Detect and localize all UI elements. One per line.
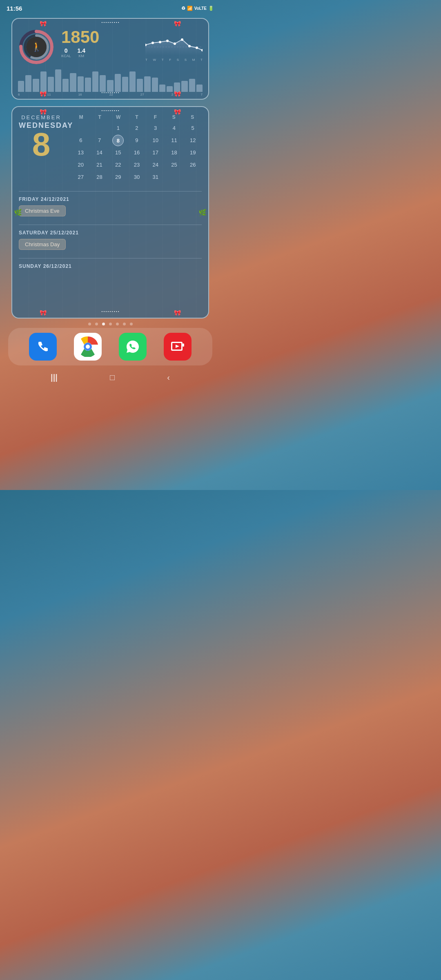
bar-item [137, 79, 143, 92]
cal-day-cell[interactable]: 26 [187, 159, 198, 171]
status-time: 11:56 [7, 5, 22, 12]
cal-day-cell[interactable]: 18 [168, 147, 180, 158]
cal-day-cell[interactable]: 14 [94, 147, 105, 158]
bar-item [181, 81, 187, 92]
event-day-header-1: FRIDAY 24/12/2021 [19, 196, 202, 202]
dot-4 [109, 323, 112, 325]
svg-point-12 [188, 45, 191, 47]
cal-header-cell: F [146, 114, 165, 120]
bar-item [78, 76, 84, 92]
bar-chart: 611 1622 272 7 [18, 69, 203, 96]
bar-item [92, 71, 98, 92]
svg-point-18 [86, 345, 90, 349]
bar-item [189, 79, 195, 92]
divider-1 [19, 191, 202, 192]
bar-item [115, 74, 121, 92]
cal-empty-cell [168, 172, 180, 183]
cal-header-cell: S [165, 114, 183, 120]
kcal-value: 0 [61, 47, 71, 54]
cal-grid-header: MTWTFSS [72, 114, 202, 120]
chart-day-labels: TW TF SS MT [145, 58, 203, 62]
cal-day-cell[interactable]: 4 [168, 122, 180, 134]
bar-item [33, 79, 39, 92]
cal-empty-cell [187, 172, 198, 183]
line-chart-container: TW TF SS MT [145, 29, 203, 62]
cal-day-cell[interactable]: 25 [168, 159, 180, 171]
cal-day-cell[interactable]: 13 [75, 147, 87, 158]
whatsapp-app-icon[interactable] [119, 333, 147, 361]
bar-chart-labels: 611 1622 272 7 [18, 93, 203, 96]
cal-day-cell[interactable]: 9 [131, 135, 143, 146]
steps-widget: 🎀 • • • • • • • • • 🎀 🚶 1850 0 KCAL [11, 18, 209, 100]
cal-day-cell[interactable]: 29 [112, 172, 124, 183]
cal-day-cell[interactable]: 6 [75, 135, 87, 146]
cal-day-cell[interactable]: 19 [187, 147, 198, 158]
steps-meta: 0 KCAL 1.4 KM [61, 47, 139, 58]
svg-point-10 [174, 42, 176, 45]
back-button[interactable]: ‹ [167, 373, 170, 382]
svg-point-9 [166, 40, 169, 42]
calendar-header: DECEMBER WEDNESDAY 8 MTWTFSS 12345678910… [19, 114, 202, 183]
svg-point-8 [159, 41, 161, 43]
cal-day-big: 8 [19, 128, 64, 161]
cal-day-cell[interactable]: 5 [187, 122, 198, 134]
status-bar: 11:56 ♻ 📶 VoLTE 🔋 [0, 0, 220, 15]
steps-count: 1850 [61, 29, 139, 46]
cal-empty-cell [75, 122, 87, 134]
cal-day-cell[interactable]: 11 [168, 135, 180, 146]
cal-day-cell[interactable]: 7 [94, 135, 105, 146]
activity-ring: 🚶 [18, 29, 55, 65]
battery-icon: 🔋 [208, 6, 214, 11]
phone-app-icon[interactable] [29, 333, 57, 361]
cal-grid-body: 1234567891011121314151617181920212223242… [72, 122, 202, 183]
dot-7 [130, 323, 133, 325]
cal-day-cell[interactable]: 28 [94, 172, 105, 183]
cal-header-cell: S [183, 114, 202, 120]
cal-day-cell[interactable]: 12 [187, 135, 198, 146]
bar-item [55, 69, 61, 92]
cal-header-cell: T [90, 114, 109, 120]
cal-day-cell[interactable]: 10 [150, 135, 161, 146]
bar-item [40, 71, 47, 92]
svg-rect-22 [183, 343, 184, 347]
bar-item [85, 78, 91, 92]
cal-left: DECEMBER WEDNESDAY 8 [19, 114, 64, 161]
bar-item [62, 79, 69, 92]
bar-item [196, 85, 203, 92]
cal-day-cell[interactable]: 20 [75, 159, 87, 171]
cal-day-cell[interactable]: 21 [94, 159, 105, 171]
svg-point-7 [151, 42, 154, 44]
cal-day-cell[interactable]: 22 [112, 159, 124, 171]
dot-6 [123, 323, 126, 325]
cal-day-cell[interactable]: 31 [150, 172, 161, 183]
event-badge-1: Christmas Eve [19, 205, 66, 216]
cal-day-cell[interactable]: 15 [112, 147, 124, 158]
cal-day-cell[interactable]: 23 [131, 159, 143, 171]
cal-header-cell: T [127, 114, 146, 120]
cal-day-cell[interactable]: 3 [150, 122, 161, 134]
bar-item [129, 71, 136, 92]
bar-item [122, 77, 128, 92]
cal-day-cell[interactable]: 2 [131, 122, 143, 134]
home-button[interactable]: □ [110, 373, 115, 382]
app-dock [8, 328, 212, 365]
status-icons: ♻ 📶 VoLTE 🔋 [181, 6, 214, 11]
dot-1 [88, 323, 91, 325]
kcal-label: KCAL [61, 54, 71, 58]
wifi-icon: 📶 [187, 6, 193, 11]
cal-day-cell[interactable]: 24 [150, 159, 161, 171]
cal-day-cell[interactable]: 17 [150, 147, 161, 158]
navigation-bar: ||| □ ‹ [0, 367, 220, 388]
cal-month: DECEMBER [19, 114, 64, 120]
event-day-header-3: SUNDAY 26/12/2021 [19, 263, 202, 269]
km-label: KM [78, 54, 85, 58]
cal-day-cell[interactable]: 30 [131, 172, 143, 183]
chrome-app-icon[interactable] [74, 333, 102, 361]
recent-apps-button[interactable]: ||| [51, 373, 58, 382]
cal-day-cell[interactable]: 8 [112, 135, 124, 146]
screenrecord-app-icon[interactable] [164, 333, 192, 361]
cal-grid: MTWTFSS 12345678910111213141516171819202… [72, 114, 202, 183]
cal-day-cell[interactable]: 27 [75, 172, 87, 183]
cal-day-cell[interactable]: 1 [112, 122, 124, 134]
cal-day-cell[interactable]: 16 [131, 147, 143, 158]
